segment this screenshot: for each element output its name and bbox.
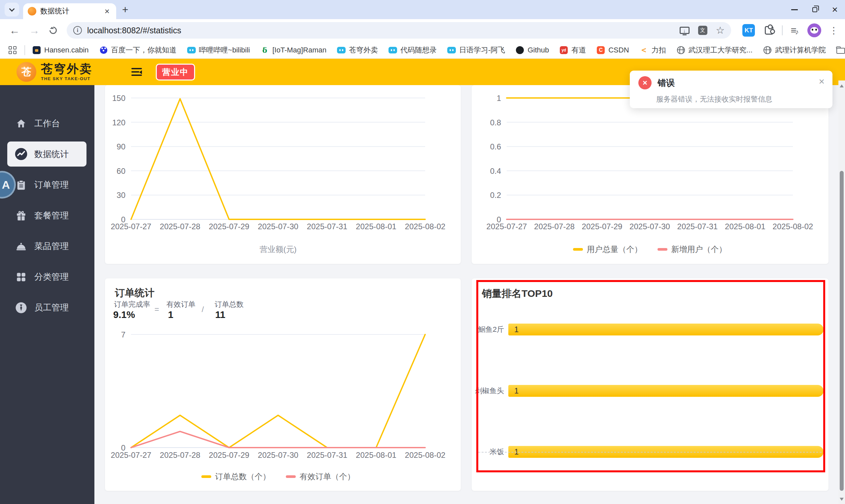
svg-text:60: 60	[117, 166, 125, 176]
scrollbar-up-arrow[interactable]	[840, 83, 844, 87]
legend-label: 有效订单（个）	[300, 471, 355, 482]
sales-bar[interactable]: 1	[508, 324, 824, 336]
legend-item[interactable]: 订单总数（个）	[201, 471, 271, 482]
scrollbar-thumb[interactable]	[840, 171, 844, 491]
business-status-badge[interactable]: 营业中	[156, 64, 195, 80]
url-text[interactable]: localhost:8082/#/statistics	[87, 26, 671, 35]
bookmark-item[interactable]: 哔哩哔哩~bilibili	[187, 45, 250, 55]
sidebar-item-employee[interactable]: 员工管理	[7, 292, 87, 323]
bookmark-item[interactable]: Github	[515, 46, 549, 54]
legend-item[interactable]: 用户总量（个）	[573, 244, 642, 255]
bookmark-item[interactable]: yd有道	[560, 45, 586, 55]
bookmarks-bar: Hansen.cabin百度一下，你就知道哔哩哔哩~bilibiliδ[IoT-…	[0, 41, 845, 59]
red-highlight-rectangle	[476, 280, 825, 472]
legend-marker-icon	[286, 475, 296, 478]
sidebar-item-label: 分类管理	[34, 271, 69, 283]
sidebar-item-stats[interactable]: 数据统计	[7, 142, 87, 166]
bookmark-label: Github	[527, 46, 549, 54]
svg-text:2025-08-01: 2025-08-01	[725, 222, 765, 231]
svg-text:120: 120	[112, 118, 125, 127]
bookmark-item[interactable]: 百度一下，你就知道	[99, 45, 177, 55]
new-tab-button[interactable]: +	[122, 4, 128, 15]
window-close-button[interactable]: ×	[832, 5, 838, 15]
svg-text:2025-07-29: 2025-07-29	[209, 222, 249, 231]
profile-avatar[interactable]	[807, 23, 821, 37]
bookmark-label: CSDN	[608, 46, 629, 54]
github-icon	[515, 46, 524, 54]
screen: 数据统计 × + × ← → i localhost:8082/#/statis…	[0, 0, 845, 504]
forward-button[interactable]: →	[29, 25, 40, 36]
employee-icon	[15, 301, 28, 314]
bookmark-item[interactable]: 代码随想录	[388, 45, 437, 55]
bookmark-item[interactable]: 苍穹外卖	[337, 45, 378, 55]
svg-text:2025-07-31: 2025-07-31	[307, 451, 348, 460]
bookmark-list: Hansen.cabin百度一下，你就知道哔哩哔哩~bilibiliδ[IoT-…	[32, 45, 845, 55]
brand-logo-icon: 苍	[17, 62, 36, 82]
media-controls-icon[interactable]: ≡♪	[791, 24, 799, 36]
site-info-icon[interactable]: i	[73, 26, 82, 35]
axis-crosshair-line	[478, 452, 822, 452]
svg-text:0.2: 0.2	[490, 191, 501, 200]
window-restore-button[interactable]	[812, 7, 817, 12]
home-icon	[15, 117, 28, 130]
bookmark-label: 武理计算机学院	[775, 45, 826, 55]
users-legend: 用户总量（个）新增用户（个）	[507, 245, 793, 254]
sidebar-item-combo[interactable]: 套餐管理	[7, 200, 87, 231]
window-controls: ×	[791, 5, 845, 15]
bookmark-star-icon[interactable]: ☆	[716, 25, 725, 35]
browser-menu-icon[interactable]: ⋮	[829, 25, 839, 36]
bookmark-item[interactable]: 计算机	[837, 45, 845, 55]
window-minimize-button[interactable]	[791, 9, 798, 10]
install-app-icon[interactable]: ↓	[680, 27, 689, 34]
toast-close-icon[interactable]: ×	[818, 76, 825, 86]
youdao-icon: yd	[560, 46, 568, 54]
extensions-puzzle-icon[interactable]	[765, 26, 773, 35]
brand-block: 苍穹外卖 THE SKY TAKE-OUT	[41, 63, 92, 81]
category-icon	[15, 270, 28, 284]
brand-subtitle: THE SKY TAKE-OUT	[41, 76, 92, 81]
bookmark-item[interactable]: CCSDN	[596, 46, 629, 54]
svg-text:2025-07-30: 2025-07-30	[630, 222, 670, 231]
legend-item[interactable]: 营业额(元)	[260, 244, 297, 255]
svg-text:2025-08-01: 2025-08-01	[356, 451, 397, 460]
bookmark-label: 力扣	[652, 45, 666, 55]
legend-marker-icon	[657, 248, 667, 251]
bookmark-item[interactable]: 日语学习-阿飞	[447, 45, 505, 55]
sidebar-item-label: 员工管理	[34, 302, 69, 313]
bookmark-item[interactable]: 武理计算机学院	[763, 45, 826, 55]
scrollbar-down-arrow[interactable]	[840, 498, 844, 503]
tab-close-icon[interactable]: ×	[103, 6, 111, 16]
browser-tab[interactable]: 数据统计 ×	[23, 3, 116, 19]
order-statistics-card: 订单统计 订单完成率 9.1% = 有效订单 1 / 订单总数 11 70202…	[105, 278, 461, 491]
bookmark-item[interactable]: <力扣	[640, 45, 666, 55]
sidebar-item-label: 订单管理	[34, 179, 69, 191]
back-button[interactable]: ←	[9, 25, 20, 36]
sidebar-item-home[interactable]: 工作台	[7, 108, 87, 139]
sales-bar[interactable]: 1	[508, 385, 824, 397]
legend-item[interactable]: 有效订单（个）	[286, 471, 355, 482]
bilibili-icon	[388, 46, 397, 54]
reload-button[interactable]	[48, 25, 58, 35]
page-scrollbar[interactable]	[839, 80, 845, 504]
sidebar-item-orders[interactable]: 订单管理	[7, 169, 87, 200]
sidebar-collapse-icon[interactable]	[131, 68, 142, 76]
address-bar[interactable]: i localhost:8082/#/statistics ↓ 文 ☆	[67, 22, 731, 39]
bookmark-item[interactable]: 武汉理工大学研究...	[677, 45, 753, 55]
tab-search-button[interactable]	[5, 3, 19, 17]
translate-icon[interactable]: 文	[698, 26, 707, 35]
sidebar-item-category[interactable]: 分类管理	[7, 262, 87, 292]
site-image-icon	[32, 46, 41, 54]
apps-grid-icon[interactable]	[8, 46, 17, 54]
kt-extension-icon[interactable]: KT	[742, 24, 755, 37]
bilibili-icon	[337, 46, 346, 54]
svg-text:0.4: 0.4	[490, 166, 501, 176]
svg-text:2025-07-29: 2025-07-29	[209, 451, 249, 460]
bilibili-icon	[447, 46, 456, 54]
svg-text:90: 90	[117, 142, 125, 151]
bar-category-label: 鮰鱼2斤	[474, 324, 504, 336]
sidebar-item-dish[interactable]: 菜品管理	[7, 231, 87, 262]
legend-item[interactable]: 新增用户（个）	[657, 244, 727, 255]
orders-icon	[15, 178, 28, 192]
bookmark-item[interactable]: δ[IoT-Mag]Raman	[261, 46, 327, 54]
bookmark-item[interactable]: Hansen.cabin	[32, 46, 89, 54]
